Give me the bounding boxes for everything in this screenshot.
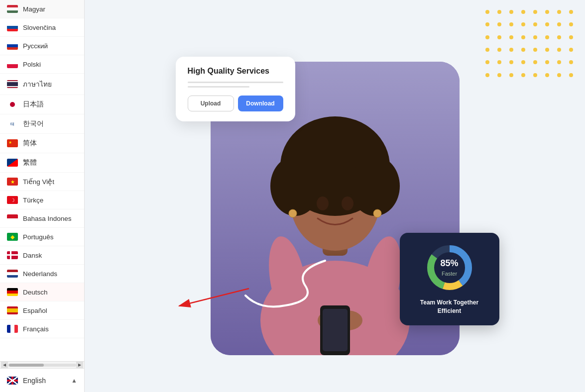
language-item-hu[interactable]: Magyar	[0, 0, 84, 18]
hscroll-left-btn[interactable]: ◀	[1, 362, 8, 369]
hscroll-thumb	[9, 364, 44, 367]
decorative-dot	[557, 22, 561, 26]
svg-point-16	[373, 209, 381, 217]
language-label-es: Español	[23, 307, 47, 314]
flag-de	[7, 288, 18, 296]
decorative-dot	[545, 22, 549, 26]
svg-point-15	[289, 209, 297, 217]
decorative-dot	[545, 10, 549, 14]
decorative-dot	[509, 60, 513, 64]
svg-point-7	[317, 196, 329, 210]
hqs-line-1	[188, 82, 283, 83]
decorative-dot	[485, 35, 489, 39]
language-label-sk: Slovenčina	[23, 24, 56, 31]
language-item-pl[interactable]: Polski	[0, 55, 84, 74]
language-item-sk[interactable]: Slovenčina	[0, 18, 84, 37]
decorative-dot	[485, 10, 489, 14]
chevron-up-icon: ▲	[71, 377, 77, 384]
dots-decoration	[480, 5, 580, 85]
language-label-hu: Magyar	[23, 5, 45, 13]
decorative-dot	[497, 10, 501, 14]
language-item-kr[interactable]: 한국어	[0, 114, 84, 134]
flag-br	[7, 233, 18, 241]
language-label-dk: Dansk	[23, 252, 42, 259]
language-label-nl: Nederlands	[23, 270, 57, 278]
download-button[interactable]: Download	[238, 96, 283, 111]
decorative-dot	[497, 73, 501, 77]
decorative-dot	[569, 60, 573, 64]
decorative-dot	[521, 60, 525, 64]
language-label-tw: 繁體	[23, 158, 37, 167]
donut-percent: 85%	[440, 258, 458, 269]
hscroll-right-btn[interactable]: ▶	[76, 362, 83, 369]
flag-kr	[7, 120, 18, 128]
flag-ja	[7, 100, 18, 108]
language-item-de[interactable]: Deutsch	[0, 283, 84, 301]
svg-point-6	[350, 156, 400, 216]
decorative-dot	[497, 60, 501, 64]
decorative-dot	[521, 10, 525, 14]
flag-hu	[7, 5, 18, 13]
decorative-dot	[533, 60, 537, 64]
language-item-id[interactable]: Bahasa Indones	[0, 209, 84, 228]
svg-point-8	[342, 196, 353, 210]
language-item-br[interactable]: Português	[0, 228, 84, 246]
decorative-dot	[521, 73, 525, 77]
language-item-dk[interactable]: Dansk	[0, 246, 84, 265]
flag-cn	[7, 139, 18, 147]
language-item-tr[interactable]: Türkçe	[0, 191, 84, 209]
selected-language-label: English	[23, 377, 66, 385]
language-item-th[interactable]: ภาษาไทย	[0, 74, 84, 95]
decorative-dot	[497, 22, 501, 26]
language-panel: MagyarSlovenčinaРусскийPolskiภาษาไทย日本語한…	[0, 0, 85, 392]
language-footer[interactable]: English ▲	[0, 368, 84, 392]
decorative-dot	[509, 10, 513, 14]
decorative-dot	[557, 48, 561, 52]
language-item-cn[interactable]: 简体	[0, 134, 84, 153]
flag-th	[7, 80, 18, 88]
language-item-nl[interactable]: Nederlands	[0, 265, 84, 283]
language-item-ru[interactable]: Русский	[0, 37, 84, 55]
main-content-panel: High Quality Services Upload Download	[85, 0, 585, 392]
flag-ru	[7, 42, 18, 50]
decorative-dot	[533, 22, 537, 26]
language-list[interactable]: MagyarSlovenčinaРусскийPolskiภาษาไทย日本語한…	[0, 0, 84, 361]
decorative-dot	[509, 35, 513, 39]
upload-button[interactable]: Upload	[188, 96, 234, 111]
decorative-dot	[569, 73, 573, 77]
language-label-th: ภาษาไทย	[23, 79, 52, 90]
decorative-dot	[509, 73, 513, 77]
decorative-dot	[545, 48, 549, 52]
decorative-dot	[497, 48, 501, 52]
horizontal-scrollbar[interactable]: ◀ ▶	[0, 361, 84, 368]
language-label-pl: Polski	[23, 61, 41, 68]
flag-pl	[7, 60, 18, 68]
stats-card: 85% Faster Team Work Together Efficient	[400, 233, 499, 325]
decorative-dot	[485, 48, 489, 52]
language-label-id: Bahasa Indones	[23, 215, 72, 222]
decorative-dot	[569, 35, 573, 39]
language-label-cn: 简体	[23, 139, 37, 148]
squiggle-decoration	[235, 256, 335, 315]
language-label-br: Português	[23, 233, 54, 241]
language-item-ja[interactable]: 日本語	[0, 95, 84, 114]
language-item-fr[interactable]: Français	[0, 320, 84, 338]
decorative-dot	[509, 48, 513, 52]
decorative-dot	[485, 22, 489, 26]
donut-speed-label: Faster	[442, 271, 457, 277]
main-image-area: High Quality Services Upload Download	[186, 42, 484, 365]
language-item-vn[interactable]: Tiếng Việt	[0, 173, 84, 191]
decorative-dot	[521, 22, 525, 26]
decorative-dot	[569, 10, 573, 14]
language-label-tr: Türkçe	[23, 196, 43, 204]
language-label-kr: 한국어	[23, 119, 44, 128]
flag-nl	[7, 270, 18, 278]
language-label-ru: Русский	[23, 42, 48, 50]
flag-sk	[7, 23, 18, 31]
decorative-dot	[485, 73, 489, 77]
decorative-dot	[521, 48, 525, 52]
language-item-es[interactable]: Español	[0, 301, 84, 320]
decorative-dot	[521, 35, 525, 39]
decorative-dot	[545, 73, 549, 77]
language-item-tw[interactable]: 繁體	[0, 153, 84, 173]
